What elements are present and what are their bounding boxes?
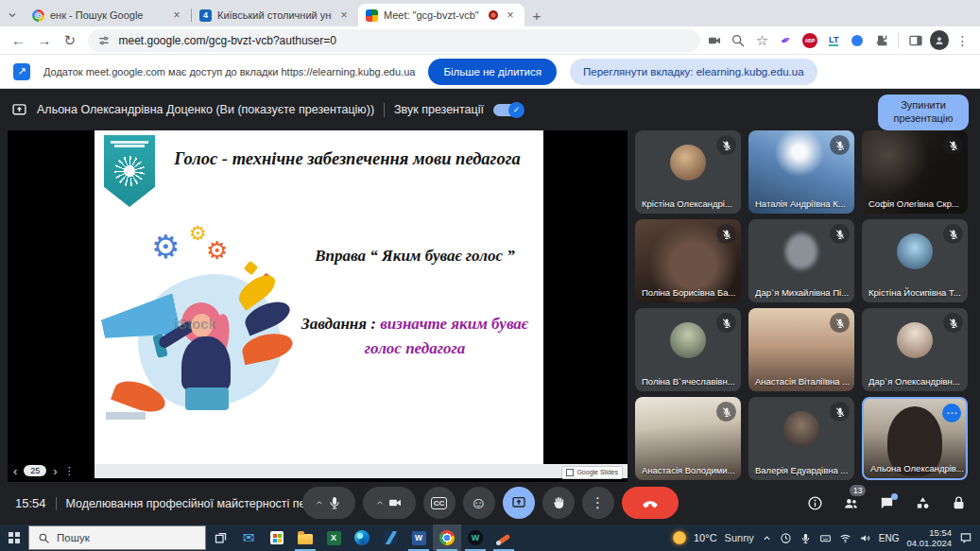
extension-blue-icon[interactable]: [848, 30, 868, 51]
tab-search-button[interactable]: [0, 4, 25, 26]
reload-button[interactable]: ↻: [59, 32, 80, 49]
participant-tile[interactable]: Поліна Борисівна Ба...: [635, 219, 741, 302]
gear-icon: ⚙: [151, 231, 180, 263]
mic-muted-icon: [716, 135, 736, 155]
system-tray: 10°C Sunny ENG 15:54 04.01.2024: [673, 527, 980, 549]
reactions-button[interactable]: ☺: [463, 487, 495, 519]
start-button[interactable]: [0, 525, 28, 551]
activities-button[interactable]: [915, 495, 931, 511]
taskbar-word[interactable]: W: [404, 525, 433, 551]
taskbar-webex[interactable]: W: [461, 525, 490, 551]
google-slides-badge[interactable]: Google Slides: [561, 466, 623, 479]
taskbar-store[interactable]: [263, 525, 291, 551]
task-view-button[interactable]: [206, 525, 234, 551]
leave-call-button[interactable]: [622, 487, 679, 519]
captions-button[interactable]: CC: [423, 487, 456, 519]
tray-keyboard-icon[interactable]: [819, 532, 832, 544]
tile-options-button[interactable]: ⋯: [942, 404, 961, 422]
tab-university[interactable]: 4 Київський столичний універс... ×: [192, 4, 358, 26]
taskbar-mail[interactable]: ✉: [234, 525, 263, 551]
tray-clock-icon[interactable]: [780, 532, 792, 544]
bookmark-star-icon[interactable]: ☆: [752, 30, 772, 51]
action-center-icon[interactable]: [959, 531, 972, 544]
close-icon[interactable]: ×: [337, 9, 351, 22]
participant-tile[interactable]: Дар`я Михайлівна Пі...: [748, 219, 854, 302]
side-panel-icon[interactable]: [905, 30, 925, 51]
address-bar[interactable]: meet.google.com/gcg-bvzt-vcb?authuser=0: [88, 29, 700, 52]
extension-pen-icon[interactable]: ✒: [776, 30, 796, 51]
participant-name: Альона Олександрів...: [870, 463, 964, 474]
extension-adblock-icon[interactable]: ABP: [799, 30, 819, 51]
more-icon: ⋮: [591, 494, 605, 511]
taskbar-edge[interactable]: [348, 525, 376, 551]
back-button[interactable]: ←: [8, 32, 29, 48]
participant-tile[interactable]: Валерія Едуардівна ...: [748, 397, 854, 480]
tray-chevron-icon[interactable]: [762, 533, 772, 543]
slide-exercise-text: Вправа “ Яким буває голос ”: [301, 244, 529, 268]
taskbar-paint[interactable]: [490, 525, 518, 551]
tab-google-search[interactable]: G енк - Пошук Google ×: [25, 4, 191, 26]
participant-tile[interactable]: Крістіна Олександрі...: [635, 130, 741, 214]
stop-presentation-button[interactable]: Зупинити презентацію: [878, 95, 969, 130]
host-controls-button[interactable]: [951, 495, 967, 511]
slide-menu-icon[interactable]: ⋮: [64, 465, 75, 477]
participants-button[interactable]: 13: [843, 495, 859, 511]
forward-button[interactable]: →: [33, 32, 55, 48]
camera-button[interactable]: [363, 487, 416, 519]
browser-menu-icon[interactable]: ⋮: [953, 30, 972, 51]
taskbar-search-box[interactable]: Пошук: [28, 525, 206, 550]
participant-tile[interactable]: Поліна В`ячеславівн...: [635, 308, 741, 391]
close-icon[interactable]: ×: [504, 9, 517, 22]
new-tab-button[interactable]: +: [524, 4, 549, 26]
tab-sharing-banner: ↗ Додаток meet.google.com має доступ до …: [0, 55, 980, 89]
close-icon[interactable]: ×: [170, 9, 183, 22]
chevron-up-icon: [375, 498, 385, 508]
tab-meet-active[interactable]: Meet: "gcg-bvzt-vcb" ×: [358, 4, 524, 26]
extension-languagetool-icon[interactable]: LT: [824, 30, 844, 51]
participant-tile[interactable]: Наталія Андріївна К...: [748, 130, 854, 214]
taskbar-time: 15:54: [906, 527, 952, 538]
tab-title: Київський столичний універс...: [217, 9, 332, 21]
profile-avatar[interactable]: [930, 30, 949, 50]
view-tab-button[interactable]: Переглянути вкладку: elearning.kubg.edu.…: [570, 59, 817, 85]
search-placeholder: Пошук: [57, 532, 90, 543]
previous-slide-button[interactable]: ‹: [13, 464, 17, 478]
participant-name: Анастасія Володими...: [642, 465, 735, 475]
mic-button[interactable]: [302, 487, 355, 519]
participant-tile[interactable]: Крістіна Йосипівна Т...: [862, 219, 968, 302]
tab-capture-icon[interactable]: [704, 30, 724, 51]
weather-temperature[interactable]: 10°C: [694, 532, 717, 543]
more-options-button[interactable]: ⋮: [582, 487, 614, 519]
avatar: [897, 233, 933, 269]
participant-tile[interactable]: Софія Олегівна Скр...: [862, 130, 968, 214]
meeting-details-button[interactable]: [807, 495, 823, 511]
raise-hand-button[interactable]: [542, 487, 575, 519]
taskbar-app-dark[interactable]: [376, 525, 404, 551]
language-indicator[interactable]: ENG: [879, 533, 900, 543]
participant-tile[interactable]: Дар`я Олександрівн...: [862, 308, 968, 391]
weather-condition[interactable]: Sunny: [725, 532, 754, 543]
tray-mic-icon[interactable]: [799, 532, 812, 544]
extensions-puzzle-icon[interactable]: [871, 30, 891, 51]
self-view-tile[interactable]: ⋯ Альона Олександрів...: [862, 397, 968, 480]
wifi-icon[interactable]: [839, 532, 851, 544]
next-slide-button[interactable]: ›: [53, 464, 57, 478]
clock-date[interactable]: 15:54 04.01.2024: [906, 527, 952, 549]
check-icon: ✓: [513, 105, 521, 114]
zoom-icon[interactable]: [729, 30, 748, 51]
windows-taskbar: Пошук ✉ X W W 10°C Sunny ENG 15:54 04.01…: [0, 525, 980, 551]
taskbar-excel[interactable]: X: [319, 525, 348, 551]
site-settings-icon[interactable]: [97, 34, 111, 47]
participant-tile[interactable]: Анастасія Віталіївна ...: [748, 308, 854, 391]
header-divider: [384, 103, 385, 117]
stop-sharing-button[interactable]: Більше не ділитися: [428, 59, 557, 85]
participant-tile[interactable]: Анастасія Володими...: [635, 397, 741, 480]
present-button[interactable]: [503, 487, 535, 519]
taskbar-file-explorer[interactable]: [291, 525, 319, 551]
volume-icon[interactable]: [859, 532, 871, 544]
presentation-sound-toggle[interactable]: ✓: [493, 104, 524, 116]
chat-button[interactable]: [879, 495, 895, 511]
mic-muted-icon: [830, 402, 850, 422]
mic-muted-icon: [830, 313, 850, 333]
taskbar-chrome[interactable]: [433, 525, 461, 551]
